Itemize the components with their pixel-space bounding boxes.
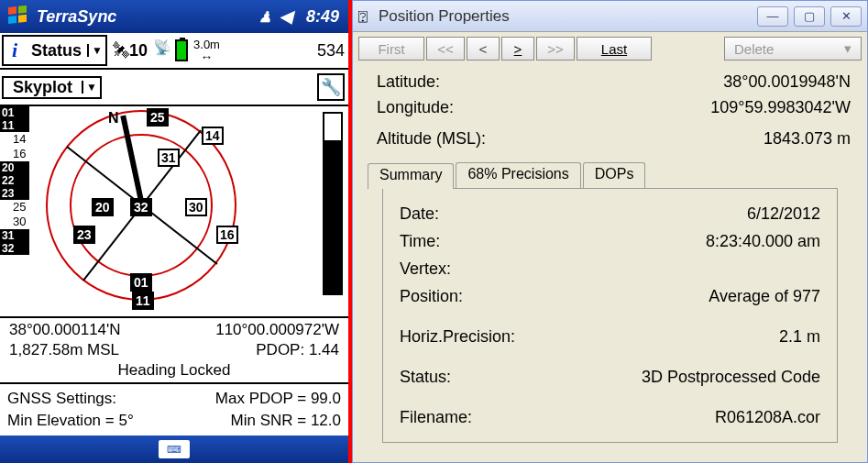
maximize-button[interactable]: ▢ — [794, 6, 825, 27]
skyplot-dropdown[interactable]: Skyplot ▼ — [2, 76, 102, 99]
window-title: Position Properties — [379, 7, 757, 26]
sat-list-item: 32 — [0, 242, 29, 255]
satellite-count: 🛰 10 — [113, 41, 148, 61]
date-value: 6/12/2012 — [747, 200, 820, 227]
pda-titlebar: TerraSync ♟ ◀ 8:49 — [0, 0, 348, 33]
satellite-icon: 🛰 — [113, 41, 129, 61]
signal-icon[interactable]: ♟ — [255, 8, 275, 26]
vertex-label: Vertex: — [400, 255, 451, 282]
info-icon: i — [4, 39, 26, 62]
windows-logo-icon — [5, 4, 31, 29]
close-button[interactable]: ✕ — [830, 6, 862, 27]
snr-fill — [324, 140, 341, 293]
svg-rect-3 — [18, 15, 27, 23]
chevron-down-icon: ▼ — [87, 44, 105, 57]
min-snr-value: Min SNR = 12.0 — [231, 410, 341, 432]
pda-bottombar: ⌨ — [0, 435, 348, 463]
filename-label: Filename: — [400, 403, 472, 431]
sat-marker: 23 — [73, 226, 95, 244]
nav-last-button[interactable]: Last — [577, 37, 652, 61]
window-controls: — ▢ ✕ — [757, 6, 862, 27]
status-label: Status — [26, 41, 87, 61]
skyplot-row: Skyplot ▼ 🔧 — [0, 70, 348, 105]
minimize-button[interactable]: — — [757, 6, 788, 27]
position-label: Position: — [400, 282, 463, 310]
keyboard-icon[interactable]: ⌨ — [159, 440, 190, 458]
longitude-value: 110°00.000972'W — [215, 320, 339, 340]
position-properties-window: ⍰ Position Properties — ▢ ✕ First << < >… — [352, 0, 868, 463]
time-value: 8:23:40.000 am — [706, 227, 820, 255]
nav-prev-button[interactable]: < — [467, 37, 500, 61]
tab-summary[interactable]: Summary — [368, 163, 454, 189]
counter-value: 534 — [295, 41, 348, 61]
hprec-value: 2.1 m — [779, 323, 820, 350]
sat-marker: 32 — [130, 198, 152, 216]
chevron-down-icon: ▼ — [82, 81, 100, 94]
distance-value: 3.0m — [193, 39, 220, 50]
sat-list-item: 14 — [0, 132, 29, 147]
sat-marker: 30 — [185, 198, 207, 216]
beacon-icon — [153, 39, 170, 62]
sat-list-item: 23 — [0, 187, 29, 200]
nav-prev-many-button[interactable]: << — [426, 37, 465, 61]
skyplot-canvas: N 25 14 31 20 32 30 23 16 01 11 — [29, 106, 312, 316]
lat-value: 38°00.0019948'N — [723, 69, 851, 94]
sat-list-item: 31 — [0, 229, 29, 242]
distance-arrow-icon: ↔ — [201, 50, 214, 63]
delete-button[interactable]: Delete▾ — [724, 37, 862, 61]
sat-count-value: 10 — [129, 41, 148, 61]
lon-label: Longitude: — [377, 94, 454, 120]
gnss-settings-label: GNSS Settings: — [7, 388, 116, 410]
distance-indicator: 3.0m ↔ — [193, 39, 220, 63]
nav-next-many-button[interactable]: >> — [536, 37, 575, 61]
status-label: Status: — [400, 363, 451, 391]
pda-clock[interactable]: 8:49 — [297, 7, 343, 27]
nav-first-button[interactable]: First — [358, 37, 424, 61]
svg-rect-1 — [18, 6, 27, 14]
sat-marker: 14 — [202, 127, 224, 145]
hprec-label: Horiz.Precision: — [400, 323, 515, 350]
sat-marker: 31 — [158, 149, 180, 167]
summary-body: Date:6/12/2012 Time:8:23:40.000 am Verte… — [383, 189, 837, 442]
tab-dops[interactable]: DOPs — [583, 162, 646, 188]
terrasync-pda: TerraSync ♟ ◀ 8:49 i Status ▼ 🛰 10 3.0m … — [0, 0, 352, 463]
filename-value: R061208A.cor — [715, 403, 820, 431]
satellite-list: 01 11 14 16 20 22 23 25 30 31 32 — [0, 106, 29, 316]
sat-list-item: 25 — [0, 200, 29, 215]
settings-wrench-button[interactable]: 🔧 — [317, 73, 345, 101]
sat-marker: 25 — [147, 108, 169, 127]
snr-bar-area — [312, 106, 348, 316]
status-dropdown[interactable]: i Status ▼ — [2, 35, 107, 66]
help-pointer-icon: ⍰ — [358, 8, 379, 25]
time-label: Time: — [400, 227, 440, 255]
sat-list-item: 01 — [0, 106, 29, 119]
sat-marker: 01 — [130, 273, 152, 292]
coordinates-panel: Latitude:38°00.0019948'N Longitude:109°5… — [353, 65, 867, 160]
alt-value: 1843.073 m — [764, 126, 851, 151]
sat-list-item: 11 — [0, 119, 29, 132]
pdop-value: PDOP: 1.44 — [256, 340, 339, 360]
latitude-value: 38°00.000114'N — [9, 320, 121, 340]
altitude-value: 1,827.58m MSL — [9, 340, 119, 360]
north-label: N — [108, 110, 119, 127]
lon-value: 109°59.9983042'W — [710, 94, 851, 120]
heading-status: Heading Locked — [9, 360, 339, 380]
lat-label: Latitude: — [377, 69, 440, 94]
alt-label: Altitude (MSL): — [377, 126, 486, 151]
max-pdop-value: Max PDOP = 99.0 — [215, 388, 341, 410]
chevron-down-icon: ▾ — [844, 40, 852, 57]
sat-list-item: 16 — [0, 147, 29, 161]
position-value: Average of 977 — [709, 282, 820, 310]
nav-toolbar: First << < > >> Last Delete▾ — [353, 32, 867, 65]
speaker-icon[interactable]: ◀ — [275, 6, 297, 27]
snr-bar — [323, 112, 343, 295]
pda-title: TerraSync — [37, 7, 255, 27]
tab-precisions[interactable]: 68% Precisions — [456, 162, 580, 188]
sat-list-item: 30 — [0, 215, 29, 229]
svg-rect-2 — [8, 16, 16, 24]
sat-marker: 11 — [132, 292, 154, 310]
position-info: 38°00.000114'N110°00.000972'W 1,827.58m … — [0, 318, 348, 384]
date-label: Date: — [400, 200, 439, 227]
nav-next-button[interactable]: > — [501, 37, 534, 61]
delete-label: Delete — [734, 41, 774, 57]
